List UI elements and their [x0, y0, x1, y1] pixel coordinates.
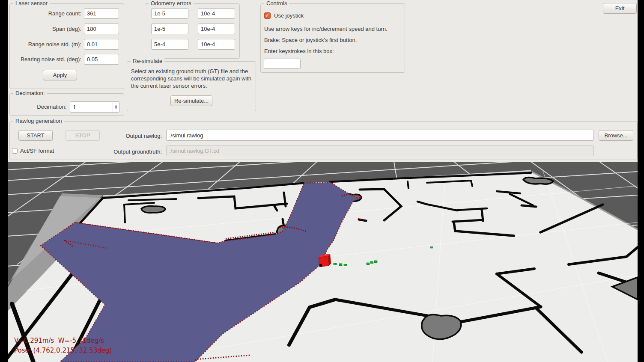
use-joystick-checkbox[interactable] [264, 12, 271, 19]
hud-pose-text: Pose: (4.762,0.215,-32.53deg) [14, 347, 112, 354]
odometry-input-r0c1[interactable] [198, 8, 235, 19]
spinner-down-icon[interactable]: ▼ [115, 107, 118, 110]
bearing-noise-input[interactable] [84, 54, 119, 65]
use-joystick-label: Use joystick [274, 12, 304, 19]
scene-canvas [0, 162, 644, 362]
left-black-border [0, 0, 8, 362]
odometry-input-r0c0[interactable] [151, 8, 188, 19]
resimulate-title: Re-simulate [131, 58, 164, 64]
range-count-input[interactable] [84, 8, 119, 19]
start-button[interactable]: START [18, 130, 53, 141]
range-count-label: Range count: [13, 10, 81, 17]
output-groundtruth-input [166, 145, 594, 156]
obstacle-blob-top-right [523, 178, 553, 184]
stop-button[interactable]: STOP [66, 130, 100, 141]
waypoint [338, 263, 343, 266]
span-label: Span (deg): [13, 26, 81, 32]
output-rawlog-label: Output rawlog: [110, 133, 162, 139]
control-panel: Laser sensor Range count: Span (deg): Ra… [8, 0, 638, 162]
laser-sensor-title: Laser sensor [13, 0, 50, 6]
simulator-window: Laser sensor Range count: Span (deg): Ra… [0, 0, 644, 362]
waypoint [373, 260, 379, 263]
simulation-3d-view[interactable]: V=0.291m/s W=-5.71deg/s Pose: (4.762,0.2… [0, 162, 644, 362]
decimation-spinner[interactable]: ▲▼ [113, 102, 119, 112]
obstacle-blob-left-house [141, 206, 165, 213]
actsf-checkbox[interactable] [12, 148, 18, 154]
actsf-label: Act/SF format [20, 148, 54, 154]
right-black-border [638, 0, 644, 362]
odometry-input-r1c1[interactable] [198, 24, 235, 34]
robot-heading-dot [319, 264, 322, 267]
span-input[interactable] [84, 24, 119, 34]
hud-velocity-text: V=0.291m/s W=-5.71deg/s [14, 337, 104, 344]
resimulate-description: Select an existing ground truth (GT) fil… [131, 68, 252, 89]
range-noise-label: Range noise std. (m): [13, 41, 81, 47]
waypoint [343, 263, 348, 267]
waypoint [430, 246, 433, 249]
controls-line1: Use arrow keys for inc/decrement speed a… [264, 26, 388, 32]
rawlog-generation-title: Rawlog generation [13, 118, 64, 124]
odometry-errors-title: Odometry errors [149, 0, 194, 6]
odometry-input-r2c0[interactable] [151, 39, 188, 50]
exit-button[interactable]: Exit [603, 3, 637, 14]
apply-button[interactable]: Apply [43, 70, 77, 80]
keystroke-input[interactable] [264, 59, 301, 69]
resimulate-button[interactable]: Re-simulate... [170, 95, 212, 106]
controls-line3: Enter keystrokes in this box: [264, 48, 334, 54]
waypoint [333, 262, 337, 266]
output-groundtruth-label: Output groundtruth: [101, 148, 162, 155]
browse-button[interactable]: Browse... [599, 130, 633, 141]
odometry-input-r1c0[interactable] [151, 24, 188, 34]
controls-line2: Brake: Space or joystick's first button. [264, 37, 357, 43]
decimation-label: Decimation: [18, 104, 66, 110]
range-noise-input[interactable] [84, 39, 119, 50]
bearing-noise-label: Bearing noise std. (deg): [13, 56, 81, 62]
controls-title: Controls [264, 0, 289, 6]
odometry-input-r2c1[interactable] [198, 39, 235, 50]
decimation-input[interactable] [70, 101, 119, 113]
robot [319, 254, 331, 267]
decimation-group-title: Decimation: [13, 90, 47, 96]
output-rawlog-input[interactable] [166, 130, 594, 141]
